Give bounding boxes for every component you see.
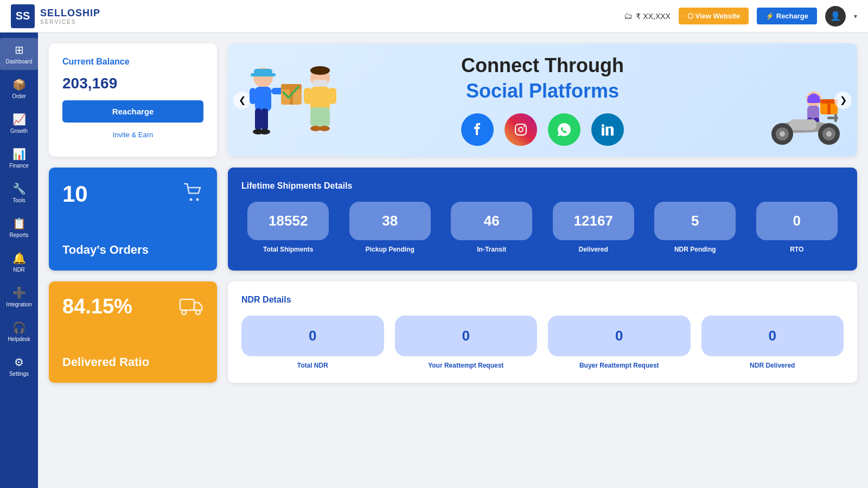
stat-number-transit: 46 xyxy=(456,213,527,229)
sidebar-item-tools[interactable]: 🔧Tools xyxy=(0,177,38,209)
ratio-number: 84.15% xyxy=(62,295,132,318)
ndr-card: NDR Details 0 Total NDR 0 Your Reattempt… xyxy=(228,281,857,383)
ratio-card: 84.15% Delivered Ratio xyxy=(49,281,217,383)
stat-number-total: 18552 xyxy=(253,213,323,229)
banner-subtitle: Social Platforms xyxy=(461,80,624,102)
bottom-row: 84.15% Delivered Ratio NDR Details xyxy=(49,281,857,383)
banner-content: Connect Through Social Platforms xyxy=(450,43,635,157)
svg-rect-3 xyxy=(255,87,271,111)
shipment-stat-transit: 46 In-Transit xyxy=(445,202,539,253)
recharge-button[interactable]: ⚡ Recharge xyxy=(757,8,817,24)
stat-number-pickup: 38 xyxy=(355,213,425,229)
sidebar: ⊞Dashboard📦Order📈Growth📊Finance🔧Tools📋Re… xyxy=(0,33,38,488)
ndr-title: NDR Details xyxy=(241,295,844,305)
stat-label-rto: RTO xyxy=(790,246,803,253)
ndr-icon: 🔔 xyxy=(12,252,26,265)
recharge-card-button[interactable]: Reacharge xyxy=(62,100,203,123)
sidebar-item-reports[interactable]: 📋Reports xyxy=(0,211,38,243)
svg-rect-9 xyxy=(250,88,256,104)
wallet-amount: ₹ XX,XXX xyxy=(636,12,670,21)
ndr-number-your_reattempt: 0 xyxy=(400,328,532,344)
ndr-bubble-your_reattempt: 0 xyxy=(395,316,538,356)
ndr-number-ndr_delivered: 0 xyxy=(707,328,839,344)
stat-bubble-pickup: 38 xyxy=(349,202,431,240)
sidebar-item-integration[interactable]: ➕Integration xyxy=(0,281,38,313)
banner-title: Connect Through xyxy=(461,54,624,77)
svg-point-7 xyxy=(259,129,270,134)
dashboard-icon: ⊞ xyxy=(15,43,24,56)
svg-point-44 xyxy=(190,198,193,201)
svg-point-45 xyxy=(196,198,199,201)
shipments-title: Lifetime Shipments Details xyxy=(241,181,844,191)
sidebar-item-label-helpdesk: Helpdesk xyxy=(8,336,30,342)
orders-card: 10 Today's Orders xyxy=(49,168,217,271)
orders-top: 10 xyxy=(62,181,203,208)
balance-amount: 203,169 xyxy=(62,75,203,92)
svg-rect-5 xyxy=(261,108,268,130)
order-icon: 📦 xyxy=(12,78,26,91)
facebook-icon[interactable] xyxy=(461,113,494,146)
svg-point-19 xyxy=(319,126,330,131)
sidebar-item-settings[interactable]: ⚙Settings xyxy=(0,350,38,382)
header: SS SELLOSHIP SERVICES 🗂 ₹ XX,XXX ⬡ View … xyxy=(0,0,868,33)
logo-text: SELLOSHIP SERVICES xyxy=(40,8,100,25)
top-row: Current Balance 203,169 Reacharge Invite… xyxy=(49,43,857,157)
social-icons xyxy=(461,113,624,146)
delivery-person-illustration xyxy=(244,62,304,157)
dropdown-arrow-icon[interactable]: ▾ xyxy=(854,12,857,20)
sidebar-item-finance[interactable]: 📊Finance xyxy=(0,142,38,174)
tools-icon: 🔧 xyxy=(12,182,26,195)
ndr-label-ndr_delivered: NDR Delivered xyxy=(750,362,795,369)
svg-rect-37 xyxy=(834,114,837,122)
stat-bubble-delivered: 12167 xyxy=(553,202,634,240)
orders-number: 10 xyxy=(62,181,88,207)
sidebar-item-label-settings: Settings xyxy=(9,371,29,377)
main-content: Current Balance 203,169 Reacharge Invite… xyxy=(38,33,868,488)
middle-row: 10 Today's Orders Lifetime Shipments Det… xyxy=(49,168,857,271)
truck-icon xyxy=(179,295,203,322)
sidebar-item-order[interactable]: 📦Order xyxy=(0,73,38,105)
banner-nav-right-button[interactable]: ❯ xyxy=(834,92,852,109)
stat-label-transit: In-Transit xyxy=(477,246,506,253)
sidebar-item-growth[interactable]: 📈Growth xyxy=(0,107,38,139)
svg-rect-34 xyxy=(827,99,831,114)
invite-earn-link[interactable]: Invite & Earn xyxy=(62,131,203,139)
scooter-illustration xyxy=(760,84,846,151)
svg-point-43 xyxy=(826,131,832,137)
integration-icon: ➕ xyxy=(12,286,26,299)
stat-number-ndr_pending: 5 xyxy=(660,213,730,229)
sidebar-item-ndr[interactable]: 🔔NDR xyxy=(0,246,38,278)
linkedin-icon[interactable] xyxy=(591,113,624,146)
stat-bubble-rto: 0 xyxy=(756,202,838,240)
sidebar-item-label-order: Order xyxy=(12,93,26,99)
avatar[interactable]: 👤 xyxy=(825,6,846,27)
stat-bubble-transit: 46 xyxy=(451,202,532,240)
shipment-stat-pickup: 38 Pickup Pending xyxy=(343,202,437,253)
sidebar-item-label-tools: Tools xyxy=(12,197,25,203)
logo-icon: SS xyxy=(11,4,35,28)
finance-icon: 📊 xyxy=(12,147,26,160)
wallet-icon: 🗂 xyxy=(624,11,633,21)
view-website-button[interactable]: ⬡ View Website xyxy=(679,8,749,24)
sidebar-item-dashboard[interactable]: ⊞Dashboard xyxy=(0,38,38,70)
cart-icon xyxy=(182,181,203,208)
ndr-label-buyer_reattempt: Buyer Reattempt Request xyxy=(579,362,659,369)
helpdesk-icon: 🎧 xyxy=(12,321,26,334)
svg-point-24 xyxy=(524,126,525,127)
ndr-label-total_ndr: Total NDR xyxy=(297,362,328,369)
svg-rect-2 xyxy=(251,73,276,76)
svg-rect-25 xyxy=(602,127,604,136)
shipment-stat-total: 18552 Total Shipments xyxy=(241,202,335,253)
logo-sub: SERVICES xyxy=(40,19,100,25)
stat-label-ndr_pending: NDR Pending xyxy=(674,246,716,253)
sidebar-item-label-growth: Growth xyxy=(10,128,28,134)
whatsapp-icon[interactable] xyxy=(548,113,580,146)
sidebar-item-helpdesk[interactable]: 🎧Helpdesk xyxy=(0,316,38,348)
svg-rect-35 xyxy=(789,119,816,130)
instagram-icon[interactable] xyxy=(505,113,537,146)
wallet-info: 🗂 ₹ XX,XXX xyxy=(624,11,670,21)
reports-icon: 📋 xyxy=(12,217,26,230)
stat-number-rto: 0 xyxy=(762,213,832,229)
ndr-grid: 0 Total NDR 0 Your Reattempt Request 0 B… xyxy=(241,316,844,369)
stat-bubble-ndr_pending: 5 xyxy=(654,202,736,240)
